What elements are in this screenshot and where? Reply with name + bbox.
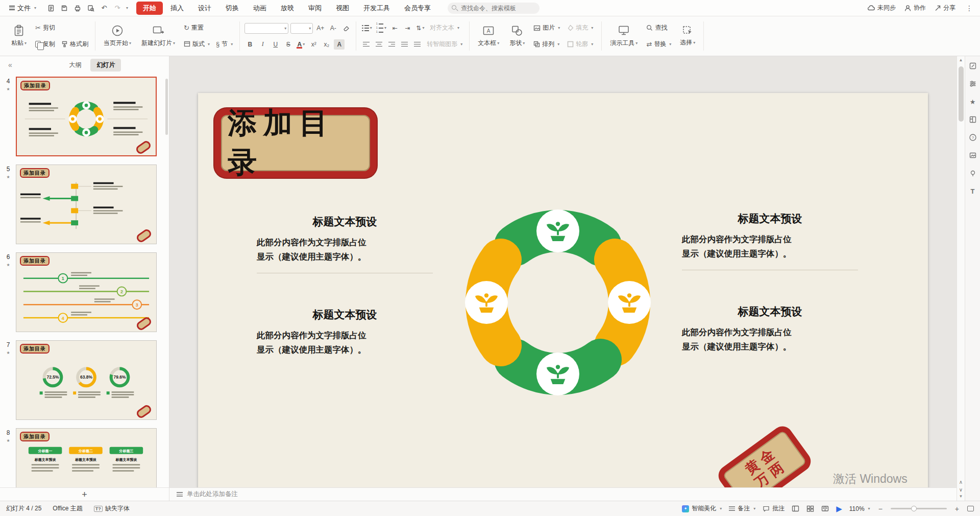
- share-button[interactable]: 分享: [934, 4, 955, 12]
- italic-button[interactable]: I: [257, 39, 268, 50]
- tab-developer[interactable]: 开发工具: [357, 2, 397, 15]
- fit-slide-button[interactable]: [967, 506, 974, 511]
- shrink-font-button[interactable]: A-: [328, 23, 338, 33]
- thumbnail-canvas[interactable]: 添加目录: [16, 165, 157, 244]
- format-painter-button[interactable]: 格式刷: [59, 39, 90, 50]
- scroll-up-icon[interactable]: ▲: [959, 57, 963, 63]
- notes-toggle-button[interactable]: 备注 ▾: [729, 504, 755, 513]
- pane-effects-icon[interactable]: [968, 79, 977, 88]
- text-box-button[interactable]: A 文本框▾: [474, 18, 503, 54]
- cycle-diagram[interactable]: [425, 170, 691, 435]
- tab-animation[interactable]: 动画: [247, 2, 273, 15]
- zoom-out-button[interactable]: −: [877, 505, 884, 513]
- copy-button[interactable]: 复制: [33, 39, 57, 50]
- font-color-button[interactable]: A▾: [296, 39, 306, 50]
- add-slide-button[interactable]: +: [66, 490, 103, 499]
- underline-button[interactable]: U: [270, 39, 281, 50]
- tab-insert[interactable]: 插入: [164, 2, 190, 15]
- slide-canvas[interactable]: 添加目录 标题文本预设: [169, 56, 957, 487]
- text-block-bottom-left[interactable]: 标题文本预设 此部分内容作为文字排版占位显示（建议使用主题字体）。: [257, 308, 433, 357]
- more-options-button[interactable]: ⋮: [964, 4, 975, 12]
- reading-view-button[interactable]: [821, 505, 829, 512]
- slides-tab[interactable]: 幻灯片: [90, 59, 121, 72]
- panel-scrollbar-thumb[interactable]: [165, 79, 168, 135]
- distribute-button[interactable]: [412, 39, 423, 49]
- tab-review[interactable]: 审阅: [302, 2, 328, 15]
- slide-thumbnail-6[interactable]: 6★ 1 2: [2, 252, 164, 332]
- tab-view[interactable]: 视图: [329, 2, 356, 15]
- collaborate-button[interactable]: 协作: [904, 4, 926, 12]
- play-from-current-button[interactable]: 当页开始▾: [100, 18, 135, 54]
- picture-button[interactable]: 图片▾: [531, 22, 563, 33]
- replace-button[interactable]: ⇄替换▾: [644, 39, 673, 50]
- zoom-slider-knob[interactable]: [911, 506, 917, 511]
- justify-button[interactable]: [399, 39, 410, 49]
- play-slideshow-button[interactable]: ▶: [836, 504, 842, 513]
- layout-button[interactable]: 版式▾: [182, 39, 212, 50]
- line-spacing-button[interactable]: ⇅▾: [415, 23, 426, 33]
- smart-beautify-button[interactable]: ✦ 智能美化 ▾: [682, 504, 722, 513]
- print-button[interactable]: [72, 3, 83, 14]
- superscript-button[interactable]: x²: [308, 39, 319, 50]
- increase-indent-button[interactable]: ⇥: [402, 23, 413, 33]
- new-slide-button[interactable]: 新建幻灯片▾: [138, 18, 179, 54]
- search-input[interactable]: [448, 3, 540, 14]
- previous-slide-button[interactable]: ∧: [959, 478, 963, 486]
- qat-caret[interactable]: ▾: [126, 6, 128, 10]
- paste-button[interactable]: 粘贴▾: [8, 18, 30, 54]
- scrollbar-track[interactable]: [957, 63, 965, 478]
- pane-layout-icon[interactable]: [968, 115, 977, 124]
- canvas-scrollbar[interactable]: ▲ ∧ ∨ ▼: [957, 56, 965, 501]
- scrollbar-thumb[interactable]: [959, 66, 964, 122]
- pane-format-icon[interactable]: [968, 61, 977, 71]
- align-right-button[interactable]: [386, 39, 397, 49]
- cut-button[interactable]: ✂剪切: [33, 22, 90, 33]
- outline-tab[interactable]: 大纲: [63, 59, 87, 72]
- undo-button[interactable]: ↶: [99, 3, 110, 14]
- notes-bar[interactable]: 单击此处添加备注: [169, 487, 957, 501]
- tab-transitions[interactable]: 切换: [219, 2, 246, 15]
- fill-button[interactable]: 填充▾: [565, 22, 597, 33]
- theme-name-button[interactable]: Office 主题: [53, 504, 82, 513]
- thumbnail-canvas[interactable]: 72.5% 63.8% 79.6% 添加目录: [16, 340, 157, 420]
- zoom-percent-button[interactable]: 110% ▾: [849, 505, 870, 512]
- zoom-in-button[interactable]: +: [954, 505, 960, 513]
- slide-4[interactable]: 添加目录 标题文本预设: [198, 93, 928, 487]
- decrease-indent-button[interactable]: ⇤: [389, 23, 400, 33]
- align-center-button[interactable]: [374, 39, 384, 49]
- select-button[interactable]: 选择▾: [676, 18, 699, 54]
- slide-thumbnail-5[interactable]: 5★: [2, 165, 164, 244]
- tab-member[interactable]: 会员专享: [398, 2, 437, 15]
- redo-button[interactable]: ↷: [112, 3, 123, 14]
- font-name-select[interactable]: ▾: [244, 23, 288, 34]
- grow-font-button[interactable]: A+: [315, 23, 326, 33]
- gold-seal-stamp[interactable]: 黄金 万两: [715, 423, 815, 487]
- arrange-button[interactable]: 排列▾: [531, 39, 563, 50]
- normal-view-button[interactable]: [792, 505, 799, 512]
- align-text-button[interactable]: 对齐文本▾: [428, 22, 461, 33]
- presentation-tools-button[interactable]: 演示工具▾: [606, 18, 641, 54]
- slide-thumbnail-4[interactable]: 4★: [2, 77, 164, 156]
- bullets-button[interactable]: ▾: [361, 23, 373, 33]
- outline-button[interactable]: 轮廓▾: [565, 39, 597, 50]
- tab-slideshow[interactable]: 放映: [274, 2, 301, 15]
- find-button[interactable]: 查找: [644, 22, 673, 33]
- pane-resource-icon[interactable]: [968, 151, 977, 160]
- tab-design[interactable]: 设计: [191, 2, 218, 15]
- bold-button[interactable]: B: [244, 39, 255, 50]
- pane-text-tool-icon[interactable]: T: [968, 186, 977, 196]
- subscript-button[interactable]: x₂: [321, 39, 332, 50]
- text-block-top-left[interactable]: 标题文本预设 此部分内容作为文字排版占位显示（建议使用主题字体）。: [257, 215, 433, 264]
- clear-format-button[interactable]: [340, 23, 351, 33]
- next-slide-button[interactable]: ∨: [959, 486, 963, 494]
- sync-status-button[interactable]: 未同步: [867, 4, 896, 12]
- comments-button[interactable]: 批注: [763, 504, 785, 513]
- new-file-button[interactable]: [45, 3, 57, 14]
- reset-slide-button[interactable]: ↻重置: [182, 22, 235, 33]
- align-left-button[interactable]: [361, 39, 372, 49]
- file-menu-button[interactable]: 文件 ▾: [5, 2, 40, 14]
- pane-navigation-icon[interactable]: [968, 169, 977, 178]
- collapse-panel-button[interactable]: «: [5, 60, 15, 70]
- character-shading-button[interactable]: A: [334, 39, 345, 50]
- numbering-button[interactable]: ▾: [375, 23, 387, 33]
